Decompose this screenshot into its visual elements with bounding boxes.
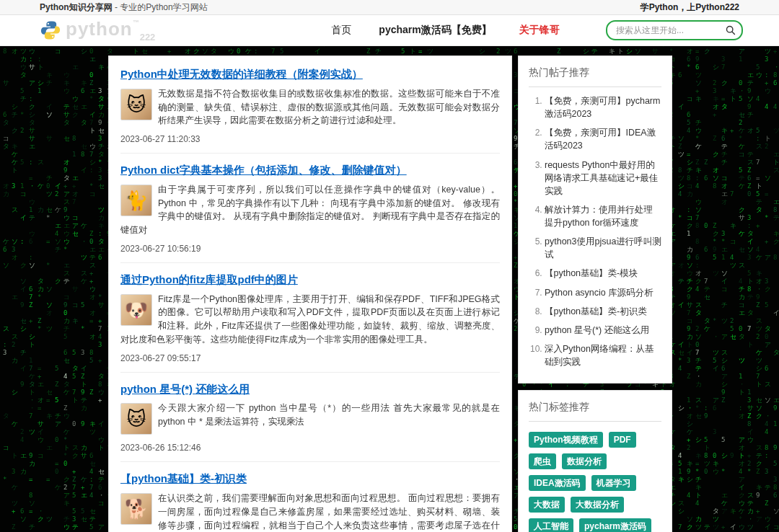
article-date: 2023-06-27 09:55:17 — [120, 347, 500, 372]
article-date: 2023-06-27 10:56:19 — [120, 237, 500, 262]
search-input[interactable] — [615, 25, 726, 36]
search-icon[interactable] — [726, 25, 736, 35]
hot-post-link[interactable]: 解放计算力：使用并行处理提升python for循环速度 — [545, 203, 661, 229]
article-item: 通过Python的fitz库提取pdf中的图片 🐶 Fitz库是一个Python… — [120, 263, 500, 373]
article-summary: 今天跟大家介绍一下 python 当中星号（*）的一些用法 首先大家最常见的就是… — [120, 402, 500, 429]
top-utility-bar: Python知识分享网 - 专业的Python学习网站 学Python，上Pyt… — [0, 0, 779, 15]
hot-posts-list: 【免费，亲测可用】pycharm激活码2023 【免费，亲测可用】IDEA激活码… — [529, 94, 661, 368]
site-logo[interactable]: python™ 222 — [40, 19, 159, 41]
site-title: Python知识分享网 - 专业的Python学习网站 — [40, 1, 208, 14]
article-date: 2023-06-27 11:20:33 — [120, 128, 500, 153]
article-summary: 由于字典属于可变序列，所以我们可以任意操作字典中的键值对（key-value）。… — [120, 183, 500, 237]
divider — [529, 421, 661, 422]
site-slogan: 学Python，上Python222 — [641, 1, 739, 14]
article-item: 【python基础】类-初识类 🐕 在认识类之前，我们需要理解面向对象思想和面向… — [120, 462, 500, 532]
article-body: 🐶 Fitz库是一个Python图像处理库，主要用于打开、编辑和保存PDF、TI… — [120, 293, 500, 372]
hot-post-link[interactable]: python 星号(*) 还能这么用 — [545, 324, 661, 337]
article-body: 🐱 今天跟大家介绍一下 python 当中星号（*）的一些用法 首先大家最常见的… — [120, 402, 500, 461]
article-body: 🐈 由于字典属于可变序列，所以我们可以任意操作字典中的键值对（key-value… — [120, 183, 500, 262]
article-list-panel: Python中处理无效数据的详细教程（附案例实战） 🐱 无效数据是指不符合数据收… — [108, 56, 512, 532]
tag-link[interactable]: 大数据 — [529, 497, 565, 513]
article-body: 🐱 无效数据是指不符合数据收集目的或数据收集标准的数据。这些数据可能来自于不准确… — [120, 87, 500, 153]
tag-link[interactable]: Python视频教程 — [529, 432, 603, 448]
article-thumbnail[interactable]: 🐱 — [120, 403, 152, 435]
hot-post-link[interactable]: Python asyncio 库源码分析 — [545, 286, 661, 299]
tag-link[interactable]: IDEA激活码 — [529, 475, 586, 491]
tag-link[interactable]: PDF — [609, 432, 636, 448]
navbar: python™ 222 首页 pycharm激活码【免费】 关于锋哥 — [0, 15, 779, 46]
logo-trademark: ™ — [133, 19, 140, 26]
tag-link[interactable]: 机器学习 — [591, 475, 636, 491]
nav-links: 首页 pycharm激活码【免费】 关于锋哥 — [331, 24, 559, 37]
nav-item-about[interactable]: 关于锋哥 — [519, 24, 560, 37]
nav-item-pycharm-code[interactable]: pycharm激活码【免费】 — [379, 24, 491, 37]
tag-link[interactable]: 大数据分析 — [571, 497, 624, 513]
article-title-link[interactable]: Python dict字典基本操作（包括添加、修改、删除键值对） — [120, 164, 407, 177]
article-title-link[interactable]: 通过Python的fitz库提取pdf中的图片 — [120, 273, 298, 287]
article-title-link[interactable]: 【python基础】类-初识类 — [120, 472, 247, 486]
hot-post-link[interactable]: 深入Python网络编程：从基础到实践 — [545, 342, 661, 368]
article-item: Python dict字典基本操作（包括添加、修改、删除键值对） 🐈 由于字典属… — [120, 154, 500, 263]
page-content: Python中处理无效数据的详细教程（附案例实战） 🐱 无效数据是指不符合数据收… — [0, 46, 779, 532]
article-body: 🐕 在认识类之前，我们需要理解面向对象思想和面向过程思想。 面向过程思想：要拥有… — [120, 492, 500, 532]
nav-item-home[interactable]: 首页 — [331, 24, 351, 37]
tag-link[interactable]: 爬虫 — [529, 453, 556, 469]
article-thumbnail[interactable]: 🐕 — [120, 493, 152, 525]
hot-post-link[interactable]: 【免费，亲测可用】pycharm激活码2023 — [545, 94, 661, 120]
search-box[interactable] — [606, 20, 743, 40]
article-title-link[interactable]: Python中处理无效数据的详细教程（附案例实战） — [120, 68, 363, 81]
article-summary: 无效数据是指不符合数据收集目的或数据收集标准的数据。这些数据可能来自于不准确的测… — [120, 87, 500, 128]
article-thumbnail[interactable]: 🐱 — [120, 89, 152, 120]
article-item: Python中处理无效数据的详细教程（附案例实战） 🐱 无效数据是指不符合数据收… — [120, 58, 500, 154]
logo-wordmark: python™ — [66, 19, 140, 38]
article-thumbnail[interactable]: 🐶 — [120, 294, 152, 326]
tag-cloud: Python视频教程 PDF 爬虫 数据分析 IDEA激活码 机器学习 大数据 — [529, 429, 661, 532]
hot-post-link[interactable]: 【免费，亲测可用】IDEA激活码2023 — [545, 126, 661, 152]
python-logo-icon — [40, 19, 61, 41]
divider — [529, 87, 661, 87]
article-summary: 在认识类之前，我们需要理解面向对象思想和面向过程思想。 面向过程思想：要拥有一间… — [120, 492, 500, 532]
hot-tags-title: 热门标签推荐 — [529, 401, 661, 414]
site-name: Python知识分享网 — [40, 2, 113, 12]
hot-post-link[interactable]: 【python基础】类-初识类 — [545, 305, 661, 318]
hot-tags-panel: 热门标签推荐 Python视频教程 PDF 爬虫 数据分析 IDEA激活码 机器… — [518, 390, 672, 532]
hot-post-link[interactable]: 【python基础】类-模块 — [545, 267, 661, 280]
logo-222: 222 — [140, 32, 156, 43]
hot-posts-title: 热门帖子推荐 — [529, 66, 661, 79]
article-title-link[interactable]: python 星号(*) 还能这么用 — [120, 383, 250, 396]
article-summary: Fitz库是一个Python图像处理库，主要用于打开、编辑和保存PDF、TIFF… — [120, 293, 500, 347]
hot-post-link[interactable]: requests Python中最好用的网络请求工具基础速记+最佳实践 — [545, 159, 661, 198]
sidebar: 热门帖子推荐 【免费，亲测可用】pycharm激活码2023 【免费，亲测可用】… — [518, 56, 672, 532]
tag-link[interactable]: 数据分析 — [562, 453, 607, 469]
hot-post-link[interactable]: python3使用pjsua进行呼叫测试 — [545, 235, 661, 261]
article-thumbnail[interactable]: 🐈 — [120, 185, 152, 216]
tag-link[interactable]: 人工智能 — [529, 518, 573, 532]
article-item: python 星号(*) 还能这么用 🐱 今天跟大家介绍一下 python 当中… — [120, 373, 500, 463]
hot-posts-panel: 热门帖子推荐 【免费，亲测可用】pycharm激活码2023 【免费，亲测可用】… — [518, 56, 672, 384]
site-description: - 专业的Python学习网站 — [113, 2, 208, 12]
article-date: 2023-06-26 15:12:46 — [120, 436, 500, 461]
search-area — [606, 20, 743, 40]
tag-link[interactable]: pycharm激活码 — [579, 518, 651, 532]
